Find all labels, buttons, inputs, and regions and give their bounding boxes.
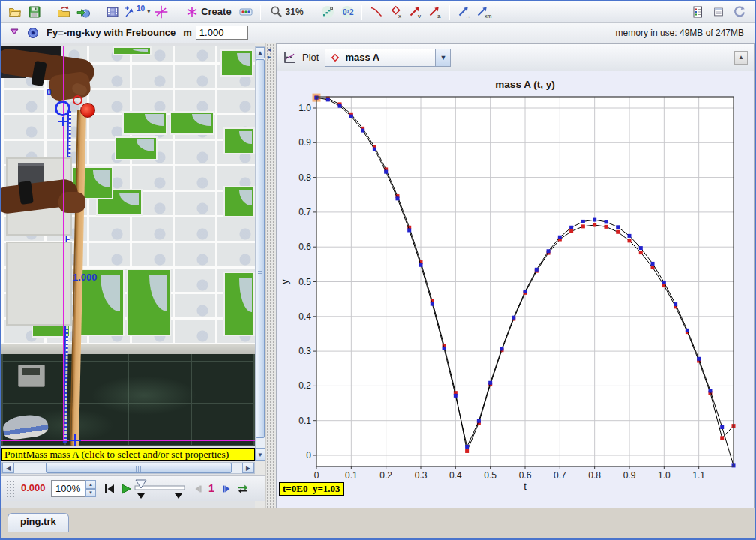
step-size-button[interactable]: 10▾ [123,3,151,21]
dropdown-arrow-button[interactable]: ▼ [435,50,450,66]
model-point-marker[interactable] [73,95,82,105]
mass-input[interactable] [196,26,248,40]
open-file-button[interactable] [6,3,24,21]
vscroll-thumb[interactable] [256,59,265,438]
video-horizontal-scrollbar[interactable]: ◀ ▶ [2,462,255,474]
notes-button[interactable] [688,3,706,21]
collapse-panel-button[interactable]: ▲ [734,51,748,64]
point-mass-icon [26,26,40,40]
svg-text:1.0: 1.0 [658,470,670,481]
chart-canvas[interactable]: 00.10.20.30.40.50.60.70.80.91.01.100.10.… [277,71,754,508]
step-back-button[interactable] [189,480,207,498]
collapse-left-icon[interactable]: ◂ [268,46,272,53]
play-button[interactable] [117,480,135,498]
filter-icon [9,27,21,39]
rate-spinner-value[interactable]: 100% [51,480,86,497]
filter-button[interactable] [6,24,24,42]
plot-icon[interactable] [283,51,296,64]
create-button[interactable]: Create [182,3,235,21]
save-icon [28,5,41,19]
positions-button[interactable]: x [387,3,405,21]
tab-ping-trk[interactable]: ping.trk [8,513,69,532]
track-control-button[interactable] [237,3,255,21]
svg-text:0.8: 0.8 [588,470,601,481]
clip-settings-button[interactable] [104,3,122,21]
scroll-up-button[interactable]: ▲ [256,47,265,58]
frame-slider[interactable] [134,478,186,500]
rate-down-button[interactable]: ▼ [86,489,96,498]
plot-area[interactable]: 00.10.20.30.40.50.60.70.80.91.01.100.10.… [277,71,754,508]
save-button[interactable] [26,3,44,21]
open-folder-icon [8,5,22,19]
step-forward-button[interactable] [218,480,236,498]
svg-text:0.5: 0.5 [298,277,311,287]
svg-text:0.2: 0.2 [298,380,311,391]
reset-icon [103,482,116,496]
scroll-right-button[interactable]: ▶ [242,463,254,473]
position-subscript: x [398,12,401,19]
window-button[interactable] [710,3,728,21]
hscroll-thumb[interactable] [46,463,232,473]
locker-green-panel [224,186,255,218]
step-back-icon [192,483,204,495]
point-mass-button[interactable] [24,24,42,42]
vector-sum-subscript: xm [484,14,492,19]
vector-arrow-icon: ↔ [457,5,472,19]
locker-green-panel [115,136,158,160]
video-options-dropdown-button[interactable]: ▼ [255,448,266,461]
panel-divider[interactable]: ◂ ▸ [266,44,276,508]
refresh-button[interactable] [730,3,748,21]
track-select-dropdown[interactable]: mass A ▼ [325,49,451,67]
svg-text:1.0: 1.0 [298,103,311,113]
svg-text:0.9: 0.9 [298,137,311,148]
labels-icon: 0¹2 [340,5,354,19]
vector-sums-button[interactable]: xm [475,3,493,21]
toolbar-right-group [688,3,748,21]
velocities-button[interactable]: v [406,3,424,21]
rate-up-button[interactable]: ▲ [86,480,96,489]
svg-text:0.8: 0.8 [298,172,311,183]
magnifier-icon [270,5,284,19]
path-icon [370,5,383,19]
zoom-button[interactable]: 31% [266,3,308,21]
acceleration-subscript: a [437,12,441,19]
vectors-button[interactable]: ↔ [455,3,473,21]
axes-button[interactable] [152,3,170,21]
import-data-icon [76,5,90,19]
track-title: Fy=-mg-kvy with Frebounce [46,27,176,38]
main-toolbar: 10▾ Create 31% 0¹2 x v a ↔ xm [2,2,754,22]
hscroll-track[interactable] [14,463,242,473]
svg-text:1.1: 1.1 [692,470,705,481]
svg-text:0: 0 [314,470,320,481]
accelerations-button[interactable]: a [426,3,444,21]
reset-button[interactable] [100,480,118,498]
chart-title: mass A (t, y) [495,79,554,90]
axis-horizontal-line[interactable] [2,440,255,441]
video-frame[interactable]: 0 1.000 [2,46,255,446]
collapse-right-icon[interactable]: ▸ [268,54,272,61]
open-library-button[interactable] [55,3,73,21]
chart-xlabel: t [524,481,526,492]
ruler-length-label: 1.000 [73,272,98,283]
paths-button[interactable] [368,3,386,21]
selected-point-marker[interactable] [55,100,70,116]
axis-origin-marker[interactable] [69,434,81,446]
svg-text:0.7: 0.7 [554,470,566,481]
in-point-marker[interactable] [137,494,145,499]
toolbar-separator [313,4,314,20]
memory-status: memory in use: 49MB of 247MB [616,28,744,38]
trails-button[interactable] [319,3,337,21]
video-vertical-scrollbar[interactable]: ▲ ▼ [255,46,266,461]
svg-text:0.9: 0.9 [623,470,636,481]
locker-green-panel [224,128,255,154]
import-data-button[interactable] [74,3,92,21]
loop-button[interactable] [234,480,252,498]
chevron-down-icon: ▾ [147,8,150,15]
player-drag-grip[interactable] [6,480,15,498]
svg-text:0.2: 0.2 [380,470,392,481]
player-time-value: 0.000 [21,482,46,494]
point-crosshair-marker[interactable] [58,117,68,126]
scroll-left-button[interactable]: ◀ [2,463,14,473]
out-point-marker[interactable] [175,494,182,499]
labels-button[interactable]: 0¹2 [338,3,356,21]
